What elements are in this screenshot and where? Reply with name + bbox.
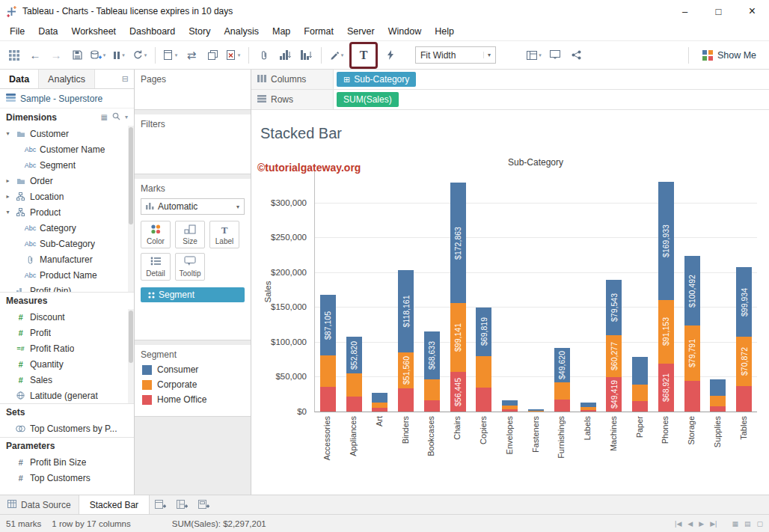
bar-labels[interactable] (580, 403, 596, 412)
plot-area[interactable]: $87,105$52,820$51,560$118,161$68,633$56,… (314, 171, 757, 412)
legend-item-corporate[interactable]: Corporate (135, 377, 251, 392)
field-manufacturer[interactable]: Manufacturer (0, 251, 134, 267)
bar-segment-corporate[interactable]: $91,153 (658, 300, 674, 364)
bar-segment-corporate[interactable] (554, 382, 570, 400)
duplicate-sheet-button[interactable] (204, 46, 221, 65)
bar-supplies[interactable] (710, 379, 726, 412)
menu-item-window[interactable]: Window (382, 22, 428, 40)
bar-segment-corporate[interactable] (372, 403, 387, 408)
show-mark-labels-button[interactable]: T (355, 46, 372, 65)
bar-tables[interactable]: $70,872$99,934 (736, 267, 752, 412)
bar-segment-consumer[interactable]: $87,105 (320, 295, 336, 355)
caret-right-icon[interactable]: ▸ (4, 193, 11, 200)
bar-bookcases[interactable]: $68,633 (424, 331, 440, 412)
columns-shelf-body[interactable]: ⊞ Sub-Category (334, 70, 769, 89)
menu-item-data[interactable]: Data (31, 22, 64, 40)
marks-button-color[interactable]: Color (141, 221, 171, 248)
tab-stacked-bar[interactable]: Stacked Bar (79, 495, 150, 514)
bar-chairs[interactable]: $56,445$99,141$172,863 (450, 183, 466, 412)
bar-segment-corporate[interactable] (502, 406, 518, 409)
bar-furnishings[interactable]: $49,620 (554, 348, 570, 412)
menu-item-server[interactable]: Server (340, 22, 382, 40)
bar-segment-consumer[interactable] (528, 409, 544, 410)
undo-button[interactable]: ← (27, 46, 43, 65)
view-data-icon[interactable]: ▦ (101, 113, 108, 121)
minimize-button[interactable]: – (668, 0, 702, 22)
bar-segment-home-office[interactable] (398, 388, 414, 412)
redo-button[interactable]: → (48, 46, 64, 65)
bar-segment-home-office[interactable]: $68,921 (658, 364, 674, 412)
field-customer[interactable]: ▾Customer (0, 126, 134, 141)
new-worksheet-tab-button[interactable] (150, 495, 171, 514)
legend-item-consumer[interactable]: Consumer (135, 362, 251, 377)
pill-sub-category[interactable]: ⊞ Sub-Category (337, 72, 416, 87)
bar-segment-home-office[interactable]: $49,419 (606, 377, 622, 412)
rows-shelf-body[interactable]: SUM(Sales) (334, 90, 769, 109)
collapse-pane-icon[interactable]: ⊟ (117, 70, 134, 88)
bar-segment-corporate[interactable] (580, 407, 596, 410)
clear-sheet-button[interactable]: ▾ (225, 46, 242, 65)
field-segment[interactable]: AbcSegment (0, 157, 134, 173)
tab-data[interactable]: Data (0, 70, 38, 88)
bar-segment-home-office[interactable] (346, 397, 362, 412)
bar-segment-home-office[interactable] (632, 401, 648, 412)
menu-item-analysis[interactable]: Analysis (217, 22, 266, 40)
field-product-name[interactable]: AbcProduct Name (0, 267, 134, 283)
bar-fasteners[interactable] (528, 409, 544, 412)
bar-segment-consumer[interactable]: $172,863 (450, 183, 466, 303)
field-top-customers[interactable]: #Top Customers (0, 470, 134, 486)
bar-segment-consumer[interactable] (632, 357, 648, 385)
bar-segment-home-office[interactable] (372, 408, 387, 412)
fit-selector[interactable]: Fit Width▾ (415, 46, 496, 64)
bar-segment-consumer[interactable] (710, 379, 726, 397)
bar-segment-home-office[interactable] (528, 411, 544, 412)
refresh-button[interactable]: ▾ (132, 46, 148, 65)
bar-segment-consumer[interactable]: $52,820 (346, 337, 362, 373)
bar-segment-corporate[interactable]: $70,872 (736, 337, 752, 386)
search-icon[interactable] (112, 112, 120, 123)
field-sales[interactable]: #Sales (0, 372, 134, 388)
bar-phones[interactable]: $68,921$91,153$169,933 (658, 182, 674, 412)
skip-start-icon[interactable]: |◀ (675, 520, 681, 528)
marks-button-detail[interactable]: Detail (141, 253, 171, 281)
bar-segment-home-office[interactable] (580, 410, 596, 412)
marks-button-label[interactable]: TLabel (209, 221, 239, 248)
pause-updates-button[interactable]: ▾ (111, 46, 127, 65)
field-order[interactable]: ▸Order (0, 173, 134, 189)
field-latitude-generat[interactable]: Latitude (generat (0, 388, 134, 403)
menu-item-worksheet[interactable]: Worksheet (65, 22, 123, 40)
bar-segment-consumer[interactable]: $49,620 (554, 348, 570, 382)
field-profit[interactable]: #Profit (0, 325, 134, 340)
bar-segment-corporate[interactable] (528, 411, 544, 412)
bar-segment-corporate[interactable] (710, 396, 726, 406)
fix-axes-button[interactable] (382, 46, 399, 65)
highlight-button[interactable]: ▾ (328, 46, 345, 65)
field-discount[interactable]: #Discount (0, 309, 134, 325)
bar-art[interactable] (372, 393, 387, 412)
tabs-view-icon[interactable]: ▢ (756, 520, 763, 528)
bar-segment-consumer[interactable] (580, 403, 596, 407)
bar-segment-consumer[interactable]: $68,633 (424, 331, 440, 379)
bar-segment-consumer[interactable]: $118,161 (398, 270, 414, 352)
bar-segment-home-office[interactable] (736, 386, 752, 412)
new-story-button[interactable] (193, 495, 215, 514)
skip-end-icon[interactable]: ▶| (710, 520, 717, 528)
menu-item-story[interactable]: Story (182, 22, 217, 40)
menu-item-file[interactable]: File (3, 22, 31, 40)
datasource-item[interactable]: Sample - Superstore (0, 89, 134, 108)
bar-segment-corporate[interactable] (476, 356, 491, 388)
bar-segment-corporate[interactable] (424, 379, 440, 400)
bar-segment-consumer[interactable] (502, 400, 518, 406)
bar-machines[interactable]: $49,419$60,277$79,543 (606, 280, 622, 412)
show-me-button[interactable]: Show Me (696, 48, 763, 63)
chevron-down-icon[interactable]: ▾ (125, 114, 128, 120)
caret-down-icon[interactable]: ▾ (4, 209, 11, 215)
bar-segment-consumer[interactable]: $69,819 (476, 308, 491, 356)
field-profit-bin[interactable]: Profit (bin) (0, 283, 134, 292)
bar-accessories[interactable]: $87,105 (320, 295, 336, 412)
field-profit-bin-size[interactable]: #Profit Bin Size (0, 454, 134, 470)
bar-segment-corporate[interactable] (320, 355, 336, 387)
new-worksheet-button[interactable]: ▾ (162, 46, 179, 65)
field-sub-category[interactable]: AbcSub-Category (0, 236, 134, 251)
legend-item-home-office[interactable]: Home Office (135, 392, 251, 407)
